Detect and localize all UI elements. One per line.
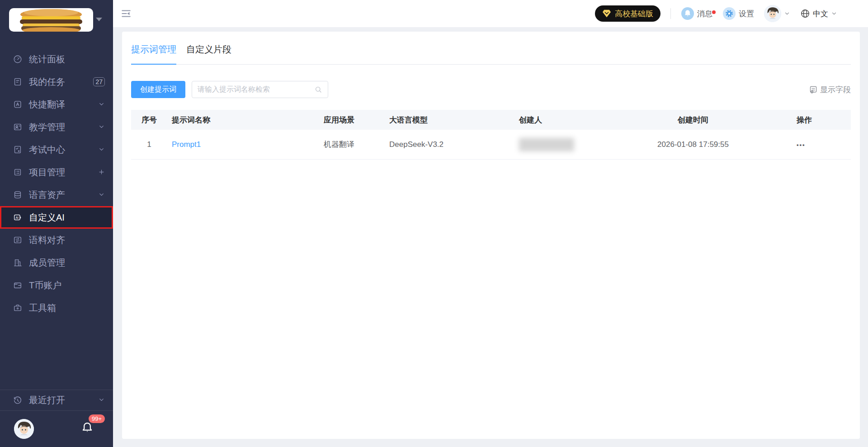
user-menu[interactable]: [764, 5, 790, 22]
column-header-creator: 创建人: [514, 115, 618, 125]
prompt-table: 序号 提示词名称 应用场景 大语言模型 创建人 创建时间 操作 1 Prompt…: [131, 110, 851, 160]
column-header-name: 提示词名称: [167, 115, 319, 125]
chevron-down-icon: [98, 396, 105, 403]
quick-translate-icon: [13, 99, 23, 109]
sidebar-item-corpus-align[interactable]: 语料对齐: [0, 229, 113, 251]
exam-center-icon: [13, 145, 23, 155]
sidebar-item-label: 最近打开: [29, 394, 65, 406]
sidebar-item-toolbox[interactable]: 工具箱: [0, 296, 113, 319]
sidebar-item-label: 语言资产: [29, 189, 65, 201]
column-header-index: 序号: [131, 115, 167, 125]
search-input[interactable]: [198, 85, 314, 94]
chevron-down-icon: [98, 191, 105, 198]
header-actions: 高校基础版 消息 设置: [595, 0, 837, 27]
prompt-name-link[interactable]: Prompt1: [172, 140, 201, 149]
cell-index: 1: [131, 140, 167, 149]
chevron-down-icon: [98, 101, 105, 108]
svg-text:AI: AI: [15, 216, 19, 219]
history-icon: [13, 395, 23, 405]
more-actions-button[interactable]: •••: [797, 141, 806, 148]
plan-badge[interactable]: 高校基础版: [595, 5, 660, 22]
sidebar-item-exam-center[interactable]: 考试中心: [0, 138, 113, 161]
tab-custom-snippets[interactable]: 自定义片段: [186, 43, 231, 64]
language-assets-icon: [13, 190, 23, 200]
language-switcher[interactable]: 中文: [800, 9, 837, 19]
plan-badge-label: 高校基础版: [615, 9, 653, 19]
sidebar-item-label: 成员管理: [29, 257, 65, 269]
display-fields-icon: [809, 85, 818, 94]
cell-created-at: 2026-01-08 17:59:55: [618, 140, 768, 149]
content-card: 提示词管理 自定义片段 创建提示词 显示字段 序号 提: [122, 32, 860, 439]
settings-button[interactable]: 设置: [722, 7, 754, 20]
cell-scenario: 机器翻译: [319, 139, 385, 150]
sidebar-collapse-icon: [120, 8, 132, 19]
sidebar-item-label: 工具箱: [29, 302, 56, 314]
search-icon[interactable]: [314, 85, 322, 94]
toolbar: 创建提示词 显示字段: [131, 81, 851, 98]
display-fields-button[interactable]: 显示字段: [809, 85, 851, 95]
user-avatar[interactable]: [14, 419, 34, 439]
sidebar-item-dashboard[interactable]: 统计面板: [0, 48, 113, 71]
app-logo[interactable]: [9, 8, 93, 32]
globe-icon: [800, 9, 810, 19]
custom-ai-icon: AI: [13, 212, 23, 222]
task-count-badge: 27: [93, 77, 105, 86]
sidebar-item-language-assets[interactable]: 语言资产: [0, 184, 113, 206]
sidebar-nav: 统计面板 我的任务 27 快捷翻译 教学管理 考试中心 项目管理: [0, 48, 113, 319]
sidebar-item-members[interactable]: 成员管理: [0, 251, 113, 274]
sidebar-item-label: T币账户: [29, 279, 61, 292]
sidebar-item-teaching[interactable]: 教学管理: [0, 116, 113, 138]
sidebar-item-label: 我的任务: [29, 76, 65, 88]
sidebar-item-quick-translate[interactable]: 快捷翻译: [0, 93, 113, 116]
gem-icon: [602, 9, 611, 18]
unread-dot: [712, 10, 716, 14]
sidebar-item-label: 项目管理: [29, 166, 65, 179]
sidebar-item-custom-ai[interactable]: AI 自定义AI: [0, 206, 113, 229]
user-avatar: [764, 5, 781, 22]
messages-label: 消息: [697, 9, 712, 19]
teaching-icon: [13, 122, 23, 132]
notifications-bell-button[interactable]: [80, 421, 94, 436]
prompt-search: [192, 81, 328, 98]
sidebar-footer: 99+: [0, 410, 113, 447]
sidebar: 统计面板 我的任务 27 快捷翻译 教学管理 考试中心 项目管理: [0, 0, 113, 447]
members-icon: [13, 258, 23, 268]
toolbox-icon: [13, 303, 23, 313]
sidebar-collapse-button[interactable]: [120, 8, 132, 19]
creator-redacted-value: [519, 138, 574, 151]
notification-count-badge: 99+: [89, 414, 105, 423]
settings-label: 设置: [739, 9, 754, 19]
table-header-row: 序号 提示词名称 应用场景 大语言模型 创建人 创建时间 操作: [131, 110, 851, 130]
sidebar-item-projects[interactable]: 项目管理: [0, 161, 113, 184]
gear-icon: [722, 7, 736, 20]
burger-logo: [9, 8, 93, 32]
column-header-actions: 操作: [768, 115, 851, 125]
avatar-illustration: [14, 419, 34, 439]
dashboard-icon: [13, 54, 23, 64]
create-prompt-button[interactable]: 创建提示词: [131, 81, 185, 98]
logo-dropdown-caret[interactable]: [96, 18, 102, 21]
messages-button[interactable]: 消息: [681, 7, 712, 20]
plus-icon[interactable]: [98, 169, 105, 175]
tasks-icon: [13, 77, 23, 87]
cell-model: DeepSeek-V3.2: [385, 140, 514, 149]
tab-prompt-management[interactable]: 提示词管理: [131, 43, 176, 65]
sidebar-item-my-tasks[interactable]: 我的任务 27: [0, 71, 113, 93]
corpus-align-icon: [13, 235, 23, 245]
table-row: 1 Prompt1 机器翻译 DeepSeek-V3.2 2026-01-08 …: [131, 130, 851, 160]
sidebar-item-label: 自定义AI: [29, 212, 65, 224]
column-header-model: 大语言模型: [385, 115, 514, 125]
avatar-illustration: [764, 5, 781, 22]
message-bell-icon: [681, 7, 694, 20]
sidebar-item-label: 语料对齐: [29, 234, 65, 246]
sidebar-item-label: 快捷翻译: [29, 99, 65, 111]
sidebar-item-label: 考试中心: [29, 144, 65, 156]
sidebar-item-tcoin-account[interactable]: T币账户: [0, 274, 113, 296]
chevron-down-icon: [831, 10, 837, 17]
project-icon: [13, 167, 23, 177]
language-label: 中文: [813, 9, 828, 19]
sidebar-item-recent-open[interactable]: 最近打开: [0, 390, 113, 410]
display-fields-label: 显示字段: [820, 85, 851, 95]
sidebar-item-label: 统计面板: [29, 53, 65, 66]
top-header: 高校基础版 消息 设置: [113, 0, 868, 27]
